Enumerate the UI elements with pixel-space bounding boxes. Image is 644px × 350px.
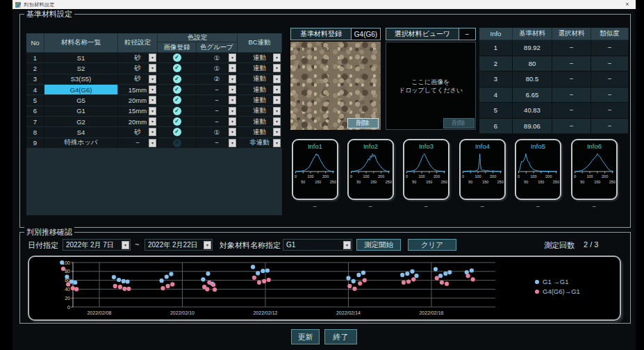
material-table-row[interactable]: 7G220mm▾✓−▾連動▾ <box>26 117 282 127</box>
material-table-row[interactable]: 8S4砂▾✓①▾連動▾ <box>26 127 282 138</box>
chevron-down-icon[interactable]: ▾ <box>229 53 236 62</box>
hist-tick-label: 100 <box>307 174 313 178</box>
cell-grain-size[interactable]: 砂▾ <box>118 74 158 85</box>
measure-start-button[interactable]: 測定開始 <box>356 239 401 251</box>
cell-bc-link[interactable]: 連動▾ <box>238 85 282 95</box>
hist-tick-label: 50 <box>524 180 528 184</box>
cell-grain-size[interactable]: −▾ <box>118 138 158 149</box>
target-material-combo[interactable]: G1 ▾ <box>283 239 352 251</box>
date-to-picker[interactable]: 2022年 2月22日 ▾ <box>145 239 213 251</box>
chevron-down-icon[interactable]: ▾ <box>229 75 236 83</box>
chevron-down-icon[interactable]: ▾ <box>273 107 281 115</box>
cell-material-name[interactable]: S1 <box>44 53 118 63</box>
update-button[interactable]: 更新 <box>291 329 320 344</box>
window-title: 判別材料設定 <box>24 1 55 8</box>
chevron-down-icon[interactable]: ▾ <box>273 75 281 83</box>
cell-bc-link[interactable]: 連動▾ <box>238 106 282 117</box>
cell-image-registered: ✓ <box>158 127 197 138</box>
chevron-down-icon[interactable]: ▾ <box>273 53 281 62</box>
cell-color-group[interactable]: −▾ <box>197 138 238 149</box>
image-drop-area[interactable]: ここに画像を ドロップしてください <box>386 42 476 130</box>
clear-button[interactable]: クリア <box>408 239 456 251</box>
material-table-row[interactable]: 4G4(G6)15mm▾✓−▾連動▾ <box>26 85 282 95</box>
cell-grain-size[interactable]: 15mm▾ <box>118 85 158 95</box>
hist-tick-label: 200 <box>545 174 552 178</box>
chevron-down-icon[interactable]: ▾ <box>273 117 281 126</box>
reference-delete-button[interactable]: 削除 <box>347 118 379 128</box>
cell-color-group[interactable]: ①▾ <box>197 127 238 138</box>
cell-grain-size[interactable]: 20mm▾ <box>118 95 158 106</box>
chevron-down-icon[interactable]: ▾ <box>149 128 156 136</box>
cell-bc-link[interactable]: 連動▾ <box>238 127 282 138</box>
chevron-down-icon[interactable]: ▾ <box>343 241 351 249</box>
material-table-row[interactable]: 6G115mm▾✓−▾連動▾ <box>26 106 282 117</box>
histogram-card: Info3010020050150250 <box>403 139 449 200</box>
chevron-down-icon[interactable]: ▾ <box>149 107 156 115</box>
cell-color-group[interactable]: −▾ <box>197 95 238 106</box>
chevron-down-icon[interactable]: ▾ <box>122 241 129 249</box>
cell-grain-size[interactable]: 砂▾ <box>118 127 158 138</box>
chevron-down-icon[interactable]: ▾ <box>229 85 236 94</box>
close-icon[interactable]: × <box>619 0 636 9</box>
cell-color-group[interactable]: ①▾ <box>197 53 238 63</box>
chevron-down-icon[interactable]: ▾ <box>229 64 236 72</box>
cell-color-group[interactable]: −▾ <box>197 106 238 117</box>
chevron-down-icon[interactable]: ▾ <box>273 64 281 72</box>
viewer-delete-button[interactable]: 削除 <box>443 118 474 128</box>
chevron-down-icon[interactable]: ▾ <box>229 128 236 136</box>
cell-bc-link[interactable]: 非連動▾ <box>238 138 282 149</box>
cell-color-group[interactable]: ①▾ <box>197 63 238 74</box>
chevron-down-icon[interactable]: ▾ <box>229 117 236 126</box>
cell-grain-size[interactable]: 20mm▾ <box>118 117 158 127</box>
scatter-point <box>447 270 452 274</box>
chevron-down-icon[interactable]: ▾ <box>149 64 156 72</box>
material-table-row[interactable]: 9特殊ホッパ−▾✕−▾非連動▾ <box>26 138 282 149</box>
material-table-row[interactable]: 5G520mm▾✓−▾連動▾ <box>26 95 282 106</box>
chevron-down-icon[interactable]: ▾ <box>273 128 281 136</box>
chevron-down-icon[interactable]: ▾ <box>229 139 236 147</box>
cell-grain-size[interactable]: 砂▾ <box>118 63 158 74</box>
info-col-selected: 選択材料 <box>552 28 591 40</box>
hist-tick-label: 200 <box>322 174 329 178</box>
cell-bc-link[interactable]: 連動▾ <box>238 63 282 74</box>
check-icon: ✓ <box>173 128 181 136</box>
date-range-label: 日付指定 <box>28 240 58 251</box>
chevron-down-icon[interactable]: ▾ <box>149 85 156 94</box>
cell-bc-link[interactable]: 連動▾ <box>238 95 282 106</box>
chevron-down-icon[interactable]: ▾ <box>149 139 156 147</box>
cell-grain-size[interactable]: 砂▾ <box>118 53 158 63</box>
chevron-down-icon[interactable]: ▾ <box>273 139 281 147</box>
chevron-down-icon[interactable]: ▾ <box>149 117 156 126</box>
scatter-point <box>170 282 174 286</box>
cell-color-group[interactable]: −▾ <box>197 85 238 95</box>
chevron-down-icon[interactable]: ▾ <box>149 96 156 104</box>
material-table-row[interactable]: 2S2砂▾✓①▾連動▾ <box>26 63 282 74</box>
material-table-row[interactable]: 3S3(S5)砂▾✓②▾連動▾ <box>26 74 282 85</box>
chevron-down-icon[interactable]: ▾ <box>149 53 156 62</box>
drop-hint-line2: ドロップしてください <box>399 86 463 94</box>
material-table-row[interactable]: 1S1砂▾✓①▾連動▾ <box>26 53 282 63</box>
cell-material-name[interactable]: G2 <box>44 117 118 127</box>
exit-button[interactable]: 終了 <box>324 329 357 344</box>
cell-material-name[interactable]: G1 <box>44 106 118 117</box>
cell-color-group[interactable]: ②▾ <box>197 74 238 85</box>
chevron-down-icon[interactable]: ▾ <box>273 96 281 104</box>
chevron-down-icon[interactable]: ▾ <box>273 85 281 94</box>
cell-material-name[interactable]: G4(G6) <box>44 85 118 95</box>
cell-bc-link[interactable]: 連動▾ <box>238 53 282 63</box>
cell-material-name[interactable]: S2 <box>44 63 118 74</box>
cell-material-name[interactable]: S3(S5) <box>44 74 118 85</box>
cell-material-name[interactable]: 特殊ホッパ <box>44 138 118 149</box>
chevron-down-icon[interactable]: ▾ <box>229 96 236 104</box>
cell-bc-link[interactable]: 連動▾ <box>238 74 282 85</box>
cell-grain-size[interactable]: 15mm▾ <box>118 106 158 117</box>
chevron-down-icon[interactable]: ▾ <box>229 107 236 115</box>
cell-material-name[interactable]: G5 <box>44 95 118 106</box>
cell-color-group[interactable]: −▾ <box>197 117 238 127</box>
cell-bc-link[interactable]: 連動▾ <box>238 117 282 127</box>
date-from-picker[interactable]: 2022年 2月 7日 ▾ <box>63 239 131 251</box>
chevron-down-icon[interactable]: ▾ <box>149 75 156 83</box>
cell-no: 9 <box>26 138 44 149</box>
cell-material-name[interactable]: S4 <box>44 127 118 138</box>
chevron-down-icon[interactable]: ▾ <box>204 241 211 249</box>
